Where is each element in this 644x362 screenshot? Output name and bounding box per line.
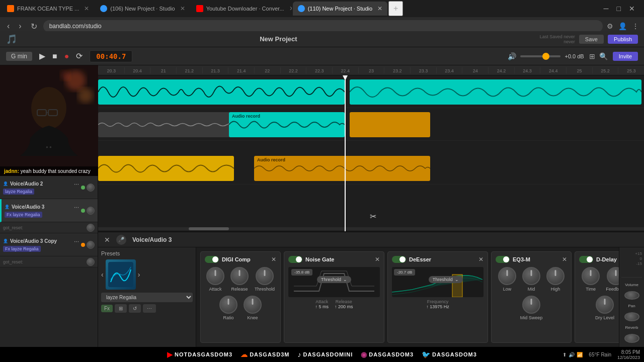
time-knob[interactable] [582,267,600,285]
track-more-btn[interactable]: ··· [74,238,79,245]
new-tab-button[interactable]: + [388,1,403,16]
fx-close-button[interactable]: ✕ [478,256,484,263]
waveform-block-teal-second[interactable] [350,79,641,105]
volume-strip-slider[interactable] [624,291,639,300]
volume-slider[interactable] [520,55,560,57]
ratio-knob[interactable] [219,296,237,314]
fx-toggle-desser[interactable] [392,256,406,263]
knee-knob[interactable] [244,296,262,314]
stop-button[interactable]: ■ [50,51,59,62]
fx-close-button[interactable]: ✕ [562,256,567,263]
track-more-btn[interactable]: ··· [74,204,79,211]
threshold-knob[interactable] [256,267,274,285]
social-item-instagram[interactable]: ◉ DASGASDOM3 [361,350,414,358]
scrollbar-thumb[interactable] [189,227,229,230]
menu-icon[interactable]: ⋮ [631,21,640,31]
social-item-soundcloud[interactable]: ☁ DASGASD3M [240,350,289,358]
volume-icon[interactable]: 🔊 [508,52,516,60]
maximize-button[interactable]: □ [614,4,624,14]
publish-button[interactable]: Publish [608,35,638,44]
social-item-twitter[interactable]: 🐦 DASGASDOM3 [422,350,477,358]
track-item-voice-audio-2[interactable]: 👤 Voice/Audio 2 ··· layze Regalia [0,176,98,199]
fx-close-button[interactable]: ✕ [375,256,380,263]
preset-copy-button[interactable]: ⊞ [115,304,127,313]
track-lane-voice-2 [98,75,644,108]
desser-threshold-pill[interactable]: Threshold ⌄ [429,276,463,283]
track-volume-knob[interactable] [87,184,95,192]
fx-close-button[interactable]: ✕ [271,256,276,263]
preset-selector[interactable]: layze Regalia [101,293,193,302]
preset-next-button[interactable]: › [138,270,140,279]
fx-plugin-desser: DeEsser ✕ -20.7 dB [387,251,488,343]
mid-sweep-knob[interactable] [522,296,540,314]
attack-knob[interactable] [206,267,224,285]
social-item-youtube[interactable]: ▶ NOTDASGASDOM3 [167,350,232,358]
preset-more-button[interactable]: ⋯ [143,304,156,313]
tab-close-btn[interactable]: ✕ [84,5,89,12]
address-bar[interactable]: bandlab.com/studio [43,20,603,32]
knob-label: Release [231,287,248,292]
strip-separator [621,277,642,278]
high-knob[interactable] [546,267,565,285]
tab-studio-110[interactable]: (110) New Project · Studio ✕ [293,2,387,16]
preset-undo-button[interactable]: ↺ [129,304,141,313]
fx-knob-release: Release [230,267,249,292]
volume-knob[interactable] [542,53,549,60]
zoom-icon[interactable]: ⊞ [589,52,595,60]
fx-panel-close[interactable]: ✕ [104,236,110,244]
close-window-button[interactable]: ✕ [626,4,638,14]
record-button[interactable]: ● [62,51,71,62]
waveform-block-teal-main[interactable] [98,79,345,105]
waveform-block-gold-1[interactable] [98,156,234,181]
track-volume-knob[interactable] [87,207,95,215]
track-sub-knob-2[interactable] [87,258,95,266]
threshold-pill[interactable]: Threshold ⌄ [317,276,351,283]
save-button[interactable]: Save [579,35,604,44]
tab-close-btn[interactable]: ✕ [377,5,382,12]
forward-button[interactable]: › [16,21,24,32]
fx-toggle-eq3m[interactable] [496,256,510,263]
release-knob[interactable] [230,267,249,285]
low-knob[interactable] [498,267,516,285]
svg-point-4 [31,87,66,129]
ruler-mark: 21.4 [228,67,254,73]
ruler-mark: 20.4 [124,67,150,73]
invite-button[interactable]: Invite [613,52,638,61]
dry-level-knob[interactable] [596,296,614,314]
extensions-icon[interactable]: ⚙ [606,21,614,31]
tab-frank-ocean[interactable]: FRANK OCEAN TYPE ... ✕ [2,2,94,16]
loop-button[interactable]: ⟳ [74,50,85,62]
audio-record-block-1[interactable]: Audio record [229,112,345,137]
key-indicator[interactable]: G min [6,52,32,61]
ruler-mark: 23 [358,67,384,73]
reverb-knob[interactable] [624,334,639,343]
feedback-knob[interactable] [607,267,619,285]
back-button[interactable]: ‹ [4,21,13,32]
refresh-button[interactable]: ↻ [28,21,40,32]
search-icon[interactable]: 🔍 [599,52,608,60]
preset-prev-button[interactable]: ‹ [101,270,104,279]
audio-record-block-2[interactable] [350,112,430,137]
tab-youtube-dl[interactable]: Youtube Downloader · Conver... ✕ [191,2,292,16]
save-area: Last Saved never never Save Publish [540,34,638,44]
horizontal-scrollbar[interactable] [98,227,644,230]
track-item-voice-audio-3-copy[interactable]: 👤 Voice/Audio 3 Copy ··· Fx layze Regali… [0,233,98,256]
track-volume-knob[interactable] [87,241,95,249]
fx-toggle-d-delay[interactable] [579,256,593,263]
tab-close-btn[interactable]: ✕ [289,5,292,12]
fx-toggle-digi-comp[interactable] [205,256,219,263]
social-item-tiktok[interactable]: ♪ DASGASDOMINI [297,350,353,358]
tab-studio-106[interactable]: (106) New Project · Studio ✕ [95,2,190,16]
preset-nav: ‹ › [101,259,193,290]
pan-knob[interactable] [624,312,639,321]
mid-knob[interactable] [522,267,540,285]
profile-icon[interactable]: 👤 [617,21,628,31]
track-item-voice-audio-3[interactable]: 👤 Voice/Audio 3 ··· Fx layze Regalia [0,199,98,222]
audio-record-block-copy[interactable]: Audio record [254,156,430,181]
fx-toggle-noise-gate[interactable] [288,256,302,263]
minimize-button[interactable]: ─ [601,4,612,14]
track-more-btn[interactable]: ··· [74,180,79,188]
play-button[interactable]: ▶ [37,50,47,62]
track-sub-knob[interactable] [87,224,95,232]
tab-close-btn[interactable]: ✕ [180,5,185,12]
